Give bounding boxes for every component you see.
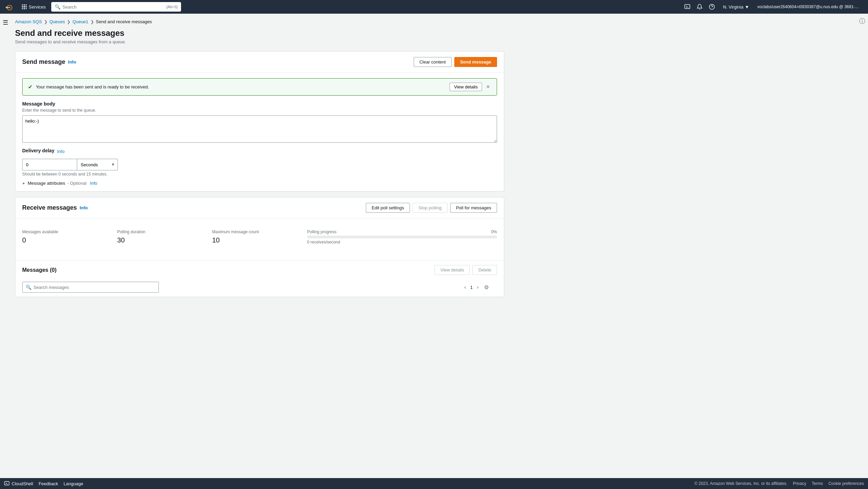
region-selector[interactable]: N. Virginia ▼ <box>720 3 752 11</box>
send-message-title: Send message Info <box>22 58 76 66</box>
search-shortcut: [Alt+S] <box>166 5 178 9</box>
copyright-text: © 2023, Amazon Web Services, Inc. or its… <box>694 481 787 486</box>
clear-content-button[interactable]: Clear content <box>414 57 452 67</box>
success-banner: ✔ Your message has been sent and is read… <box>22 78 497 96</box>
feedback-link[interactable]: Feedback <box>39 481 58 486</box>
success-banner-close-button[interactable]: × <box>485 83 491 91</box>
polling-progress-percent: 0% <box>491 229 497 234</box>
language-link[interactable]: Language <box>64 481 83 486</box>
success-banner-text: Your message has been sent and is ready … <box>36 84 450 89</box>
polling-progress-label: Polling progress 0% <box>307 229 497 234</box>
messages-delete-button[interactable]: Delete <box>472 265 497 275</box>
delivery-delay-unit-select[interactable]: Seconds Minutes <box>77 159 118 170</box>
message-attributes-label: Message attributes <box>28 181 65 186</box>
top-navigation: aws Services 🔍 [Alt+S] N. Virginia ▼ voc… <box>0 0 868 14</box>
delivery-delay-hint: Should be between 0 seconds and 15 minut… <box>22 172 497 177</box>
polling-progress-bar <box>307 236 497 238</box>
messages-available-value: 0 <box>22 236 112 244</box>
breadcrumb-separator-2: ❯ <box>67 19 70 24</box>
polling-duration-stat: Polling duration 30 <box>117 229 212 250</box>
bell-icon-button[interactable] <box>694 1 705 12</box>
region-label: N. Virginia <box>723 4 743 10</box>
search-icon: 🔍 <box>55 4 60 10</box>
grid-icon <box>22 4 27 9</box>
bottom-bar: CloudShell Feedback Language © 2023, Ama… <box>0 478 868 489</box>
send-message-card: Send message Info Clear content Send mes… <box>15 51 504 192</box>
messages-search-wrapper: 🔍 <box>22 282 159 293</box>
messages-available-stat: Messages available 0 <box>22 229 117 250</box>
max-message-count-label: Maximum message count <box>212 229 302 234</box>
terminal-icon-button[interactable] <box>682 1 693 12</box>
send-message-actions: Clear content Send message <box>414 57 497 67</box>
stop-polling-button[interactable]: Stop polling <box>413 203 447 213</box>
svg-text:aws: aws <box>5 6 10 9</box>
message-body-desc: Enter the message to send to the queue. <box>22 108 497 113</box>
svg-rect-1 <box>685 4 690 9</box>
receive-stats-grid: Messages available 0 Polling duration 30… <box>22 224 497 250</box>
collapsible-arrow-icon: ► <box>22 181 26 185</box>
receive-messages-info-link[interactable]: Info <box>80 205 88 210</box>
region-dropdown-icon: ▼ <box>745 4 749 10</box>
main-wrapper: ☰ Amazon SQS ❯ Queues ❯ Queue1 ❯ Send an… <box>0 14 868 478</box>
edit-poll-settings-button[interactable]: Edit poll settings <box>366 203 410 213</box>
privacy-link[interactable]: Privacy <box>793 481 806 486</box>
message-body-label: Message body <box>22 101 497 107</box>
info-circle-button[interactable]: ⓘ <box>859 17 865 25</box>
poll-for-messages-button[interactable]: Poll for messages <box>450 203 497 213</box>
send-message-card-body: ✔ Your message has been sent and is read… <box>15 73 504 191</box>
polling-duration-value: 30 <box>117 236 207 244</box>
polling-duration-label: Polling duration <box>117 229 207 234</box>
message-attributes-info-link[interactable]: Info <box>90 181 97 186</box>
sidebar-toggle-button[interactable]: ☰ <box>0 17 11 28</box>
breadcrumb-amazon-sqs[interactable]: Amazon SQS <box>15 19 42 24</box>
max-message-count-stat: Maximum message count 10 <box>212 229 307 250</box>
pagination-settings-button[interactable]: ⚙ <box>483 283 490 291</box>
pagination-row: ‹ 1 › ⚙ <box>463 282 497 293</box>
pagination-prev-button[interactable]: ‹ <box>463 283 467 291</box>
max-message-count-value: 10 <box>212 236 302 244</box>
cookie-preferences-link[interactable]: Cookie preferences <box>828 481 864 486</box>
delivery-delay-label: Delivery delay <box>22 148 54 153</box>
svg-rect-3 <box>4 481 9 485</box>
user-info[interactable]: voclabs/user2640604=t0930387@u.nus.edu @… <box>755 3 864 11</box>
polling-progress-stat: Polling progress 0% 0 receives/second <box>307 229 497 250</box>
help-icon-button[interactable] <box>706 1 717 12</box>
receive-messages-title: Receive messages Info <box>22 204 88 211</box>
send-message-button[interactable]: Send message <box>454 57 497 67</box>
messages-available-label: Messages available <box>22 229 112 234</box>
page-title: Send and receive messages <box>15 28 504 38</box>
cloudshell-button[interactable]: CloudShell <box>4 481 33 486</box>
message-attributes-optional: - Optional <box>67 181 86 186</box>
global-search-input[interactable] <box>63 4 165 10</box>
content-area: Amazon SQS ❯ Queues ❯ Queue1 ❯ Send and … <box>0 14 512 311</box>
messages-view-details-button[interactable]: View details <box>435 265 470 275</box>
messages-action-buttons: View details Delete <box>435 265 497 275</box>
cloudshell-icon <box>4 481 10 486</box>
messages-search-input[interactable] <box>22 282 159 293</box>
receive-messages-actions: Edit poll settings Stop polling Poll for… <box>366 203 497 213</box>
services-menu-button[interactable]: Services <box>19 3 49 11</box>
message-attributes-collapsible[interactable]: ► Message attributes - Optional Info <box>22 181 497 186</box>
send-message-card-header: Send message Info Clear content Send mes… <box>15 52 504 73</box>
delivery-delay-input[interactable] <box>22 159 77 170</box>
delivery-delay-row: Seconds Minutes ▼ <box>22 159 497 170</box>
breadcrumb-separator-3: ❯ <box>91 19 94 24</box>
success-view-details-button[interactable]: View details <box>450 83 482 91</box>
global-search-bar[interactable]: 🔍 [Alt+S] <box>51 2 181 12</box>
receive-messages-card-body: Messages available 0 Polling duration 30… <box>15 219 504 261</box>
send-message-info-link[interactable]: Info <box>68 59 76 65</box>
delivery-delay-info-link[interactable]: Info <box>57 149 65 154</box>
terms-link[interactable]: Terms <box>812 481 823 486</box>
cloudshell-label: CloudShell <box>12 481 33 486</box>
success-icon: ✔ <box>28 84 32 90</box>
aws-logo[interactable]: aws <box>4 3 15 10</box>
message-body-textarea[interactable]: hello:-) <box>22 115 497 143</box>
pagination-current-page: 1 <box>470 285 472 290</box>
nav-icons-group <box>682 1 717 12</box>
breadcrumb-queue1[interactable]: Queue1 <box>72 19 88 24</box>
messages-title: Messages (0) <box>22 267 57 273</box>
breadcrumb: Amazon SQS ❯ Queues ❯ Queue1 ❯ Send and … <box>15 19 504 24</box>
messages-search-icon: 🔍 <box>26 284 31 290</box>
pagination-next-button[interactable]: › <box>476 283 480 291</box>
breadcrumb-queues[interactable]: Queues <box>50 19 65 24</box>
